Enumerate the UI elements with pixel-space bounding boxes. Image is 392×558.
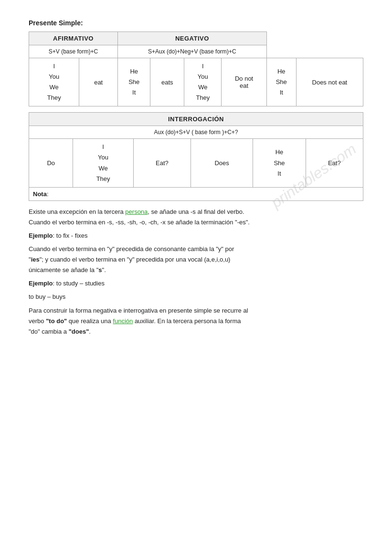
interrog-does: Does <box>191 139 253 187</box>
neg-pronouns-2: He She It <box>266 58 296 106</box>
afirmativo-formula: S+V (base form)+C <box>29 45 118 58</box>
afirm-pronouns-2: He She It <box>118 58 150 106</box>
negativo-header: NEGATIVO <box>118 32 267 45</box>
neg-does-not-eat: Does not eat <box>296 58 363 106</box>
note-1: Existe una excepción en la tercera perso… <box>29 207 363 228</box>
note-1-link: persona <box>125 208 148 215</box>
interrogacion-formula: Aux (do)+S+V ( base form )+C+? <box>29 126 363 139</box>
afirm-verb-2: eats <box>150 58 184 106</box>
interrog-pronouns-1: I You We They <box>73 139 133 187</box>
interrogacion-table: INTERROGACIÓN Aux (do)+S+V ( base form )… <box>29 112 363 200</box>
note-6: Para construir la forma negativa e inter… <box>29 305 363 337</box>
interrogacion-header: INTERROGACIÓN <box>29 113 363 126</box>
negativo-formula: S+Aux (do)+Neg+V (base form)+C <box>118 45 267 58</box>
notes-section: Existe una excepción en la tercera perso… <box>29 207 363 337</box>
neg-pronouns-1: I You We They <box>184 58 222 106</box>
note-4-example: Ejemplo: to study – studies <box>29 278 363 289</box>
nota-colon: : <box>47 190 49 198</box>
note-5: to buy – buys <box>29 292 363 302</box>
neg-donot-eat: Do not eat <box>222 58 266 106</box>
afirmativo-header: AFIRMATIVO <box>29 32 118 45</box>
note-3: Cuando el verbo termina en "y" precedida… <box>29 244 363 275</box>
note-2-example: Ejemplo: to fix - fixes <box>29 231 363 241</box>
afirm-pronouns-1: I You We They <box>29 58 79 106</box>
afirm-verb-1: eat <box>79 58 118 106</box>
nota-label: Nota <box>33 190 47 198</box>
afirmativo-negativo-table: AFIRMATIVO NEGATIVO S+V (base form)+C S+… <box>29 32 363 106</box>
note-6-link: función <box>113 317 133 325</box>
interrog-eat-2: Eat? <box>306 139 363 187</box>
ejemplo-2-label: Ejemplo <box>29 280 53 287</box>
interrog-do: Do <box>29 139 73 187</box>
nota-row: Nota: <box>29 187 363 200</box>
page-title: Presente Simple: <box>29 19 363 27</box>
ejemplo-1-label: Ejemplo <box>29 232 53 239</box>
interrog-eat-1: Eat? <box>133 139 191 187</box>
interrog-pronouns-2: He She It <box>253 139 306 187</box>
